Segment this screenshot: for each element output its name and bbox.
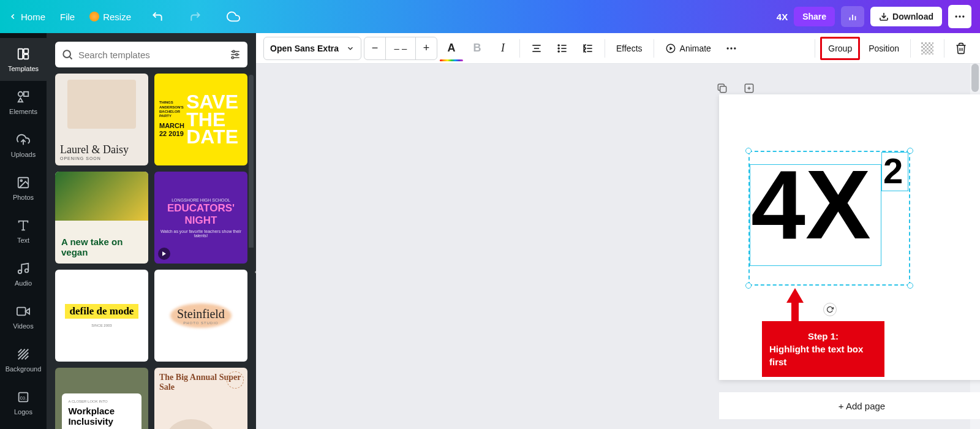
canvas-super-text[interactable]: 2 [883, 153, 903, 189]
selection-handle[interactable] [907, 283, 913, 289]
canvas-area[interactable]: 4X 2 Step 1: Highlight the text box firs… [256, 64, 980, 429]
svg-point-54 [734, 47, 736, 49]
template-grid[interactable]: Laurel & Daisy OPENING SOON THINGS ANDER… [47, 74, 256, 429]
svg-point-14 [20, 180, 22, 181]
animate-button[interactable]: Animate [659, 37, 717, 60]
add-page-bar[interactable]: + Add page [719, 392, 980, 419]
svg-rect-8 [24, 49, 28, 53]
svg-point-28 [63, 50, 70, 58]
svg-rect-9 [24, 55, 28, 59]
editor-toolbar: Open Sans Extra … − – – + A B I Effects … [256, 33, 980, 64]
background-icon [16, 347, 31, 362]
undo-button[interactable] [146, 5, 169, 28]
spacing-button[interactable] [576, 37, 600, 60]
font-size-decrease[interactable]: − [364, 37, 385, 59]
svg-marker-19 [26, 308, 29, 314]
font-size-value[interactable]: – – [385, 37, 416, 59]
svg-rect-11 [24, 92, 28, 96]
home-label: Home [21, 12, 45, 22]
svg-marker-36 [162, 251, 166, 256]
template-card[interactable]: A CLOSER LOOK INTO Workplace Inclusivity [55, 368, 148, 429]
rail-background[interactable]: Background [0, 338, 47, 381]
svg-line-24 [18, 349, 22, 353]
separator [815, 39, 815, 58]
svg-point-44 [558, 51, 559, 52]
rail-photos[interactable]: Photos [0, 167, 47, 210]
separator [910, 39, 911, 58]
redo-button[interactable] [184, 5, 207, 28]
template-card[interactable]: THINGS ANDERSON'S BACHELOR PARTY MARCH 2… [154, 74, 247, 165]
svg-line-22 [18, 349, 25, 356]
rail-logos[interactable]: co. Logos [0, 381, 47, 424]
rotate-handle[interactable] [823, 303, 837, 316]
svg-rect-20 [17, 308, 26, 316]
more-menu-button[interactable] [948, 5, 971, 28]
sparkle-icon [89, 12, 99, 21]
svg-line-29 [70, 57, 72, 59]
effects-button[interactable]: Effects [610, 37, 649, 60]
svg-point-10 [18, 92, 23, 96]
topbar-left: Home File Resize [9, 5, 245, 28]
svg-point-31 [233, 50, 235, 52]
font-family-select[interactable]: Open Sans Extra … [263, 37, 361, 60]
rail-elements[interactable]: Elements [0, 81, 47, 124]
filter-icon[interactable] [229, 48, 241, 61]
position-button[interactable]: Position [862, 37, 905, 60]
text-color-button[interactable]: A [440, 37, 463, 60]
insights-button[interactable] [841, 6, 864, 27]
rail-templates[interactable]: Templates [0, 38, 47, 81]
search-wrap [47, 33, 256, 74]
list-button[interactable] [551, 37, 574, 60]
delete-button[interactable] [949, 37, 973, 60]
font-size-stepper: − – – + [364, 37, 437, 60]
home-button[interactable]: Home [9, 12, 45, 22]
bold-button[interactable]: B [466, 37, 489, 60]
svg-point-5 [959, 15, 960, 17]
text-icon [16, 218, 31, 233]
svg-rect-58 [720, 86, 726, 93]
download-button[interactable]: Download [870, 7, 942, 26]
more-options-button[interactable] [720, 37, 743, 60]
rail-uploads[interactable]: Uploads [0, 124, 47, 167]
align-button[interactable] [525, 37, 548, 60]
zoom-indicator[interactable]: 4X [777, 12, 788, 22]
toolbar-right: Group Position [812, 37, 973, 60]
search-icon [61, 48, 74, 61]
canvas-main-text[interactable]: 4X [751, 156, 871, 254]
template-card[interactable]: The Big Annual Super Sale [154, 368, 247, 429]
chevron-down-icon [346, 44, 355, 53]
svg-point-17 [18, 270, 22, 274]
template-card[interactable]: Steinfield PHOTO STUDIO [154, 270, 247, 362]
svg-line-25 [25, 356, 29, 360]
rail-videos[interactable]: Videos [0, 295, 47, 338]
search-box[interactable] [55, 42, 247, 67]
add-page-button[interactable] [742, 81, 756, 96]
rail-audio[interactable]: Audio [0, 252, 47, 295]
elements-icon [16, 89, 31, 104]
templates-panel: Laurel & Daisy OPENING SOON THINGS ANDER… [47, 33, 256, 429]
svg-marker-12 [18, 98, 23, 102]
search-input[interactable] [78, 50, 224, 60]
share-button[interactable]: Share [794, 7, 835, 26]
cloud-sync-icon[interactable] [222, 5, 245, 28]
rail-text[interactable]: Text [0, 210, 47, 252]
template-card[interactable]: A new take on vegan [55, 172, 148, 264]
group-button[interactable]: Group [820, 37, 860, 60]
duplicate-page-button[interactable] [715, 81, 729, 96]
italic-button[interactable]: I [491, 37, 514, 60]
selection-handle[interactable] [745, 283, 752, 289]
svg-point-53 [730, 47, 732, 49]
file-menu[interactable]: File [60, 12, 75, 22]
font-size-increase[interactable]: + [416, 37, 437, 59]
template-card[interactable]: defile de mode SINCE 2003 [55, 270, 148, 362]
template-card[interactable]: Laurel & Daisy OPENING SOON [55, 74, 148, 165]
svg-point-35 [232, 56, 233, 58]
top-bar: Home File Resize 4X Share Download [0, 0, 980, 33]
logos-icon: co. [16, 390, 31, 404]
scrollbar-thumb[interactable] [971, 64, 979, 92]
transparency-button[interactable] [916, 37, 939, 60]
separator [944, 39, 944, 58]
panel-scrollbar[interactable] [249, 75, 254, 259]
resize-button[interactable]: Resize [89, 12, 131, 22]
template-card[interactable]: LONGSHORE HIGH SCHOOL EDUCATORS' NIGHT W… [154, 172, 247, 264]
